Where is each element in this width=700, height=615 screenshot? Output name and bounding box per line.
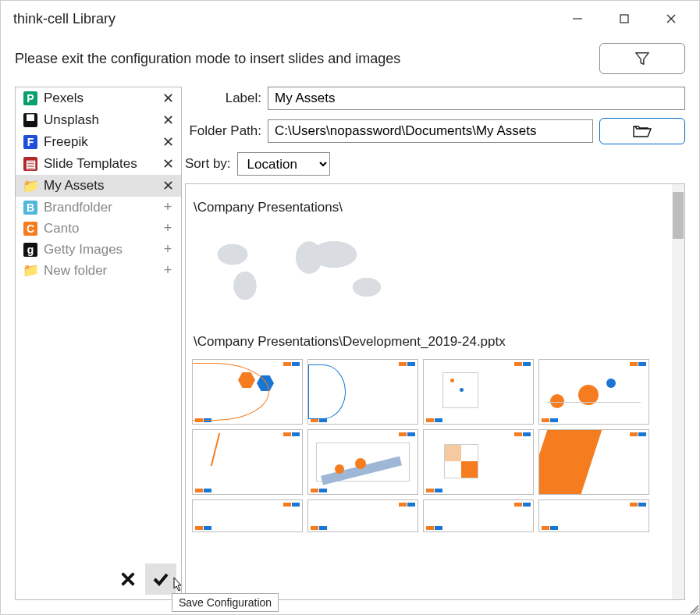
slide-thumbnail[interactable] — [307, 359, 418, 425]
close-icon — [666, 13, 677, 24]
browse-folder-button[interactable] — [599, 118, 685, 144]
slide-templates-icon: ▤ — [23, 157, 37, 171]
instruction-text: Please exit the configuration mode to in… — [15, 51, 400, 67]
tooltip: Save Configuration — [172, 593, 279, 612]
source-item-freepik[interactable]: F Freepik ✕ — [16, 131, 181, 153]
source-label: Brandfolder — [44, 200, 155, 215]
cross-icon — [119, 571, 137, 588]
remove-icon[interactable]: ✕ — [161, 112, 175, 129]
slide-thumbnail[interactable] — [192, 429, 303, 495]
source-label: Getty Images — [44, 242, 155, 258]
svg-rect-1 — [620, 15, 628, 23]
titlebar: think-cell Library — [1, 1, 699, 37]
add-icon[interactable]: + — [161, 241, 175, 258]
folder-path-input[interactable] — [268, 119, 593, 143]
add-icon[interactable]: + — [161, 199, 175, 215]
unsplash-icon: ▀ — [23, 113, 37, 127]
source-label: Unsplash — [44, 112, 155, 128]
minimize-button[interactable] — [554, 4, 601, 34]
remove-icon[interactable]: ✕ — [161, 155, 175, 172]
main-area: P Pexels ✕ ▀ Unsplash ✕ F Freepik ✕ ▤ Sl… — [1, 80, 699, 614]
sidebar-footer — [16, 559, 181, 599]
source-label: Freepik — [44, 134, 155, 150]
maximize-button[interactable] — [601, 4, 648, 34]
minimize-icon — [572, 13, 583, 24]
remove-icon[interactable]: ✕ — [161, 90, 175, 107]
source-item-getty[interactable]: g Getty Images + — [16, 239, 181, 260]
scrollbar[interactable] — [672, 184, 684, 599]
slide-thumbnail[interactable] — [423, 359, 534, 425]
add-icon[interactable]: + — [161, 220, 175, 236]
folder-icon: 📁 — [23, 179, 37, 193]
slide-thumbnail[interactable] — [192, 359, 303, 425]
source-item-pexels[interactable]: P Pexels ✕ — [16, 87, 181, 109]
sort-select[interactable]: Location — [237, 152, 330, 176]
pexels-icon: P — [23, 91, 37, 105]
source-label: Slide Templates — [44, 156, 155, 172]
source-item-new-folder[interactable]: 📁 New folder + — [16, 260, 181, 281]
save-configuration-button[interactable] — [145, 563, 176, 595]
path-field-row: Folder Path: — [185, 118, 685, 144]
source-sidebar: P Pexels ✕ ▀ Unsplash ✕ F Freepik ✕ ▤ Sl… — [15, 87, 182, 600]
label-caption: Label: — [185, 91, 261, 106]
preview-scroll: \Company Presentations\ \Company Present… — [186, 184, 672, 599]
slide-thumbnail-grid — [190, 357, 667, 534]
resize-grip[interactable] — [688, 603, 698, 613]
preview-panel: \Company Presentations\ \Company Present… — [185, 183, 685, 600]
label-input[interactable] — [268, 87, 685, 110]
source-item-slide-templates[interactable]: ▤ Slide Templates ✕ — [16, 153, 181, 175]
folder-icon: 📁 — [23, 264, 37, 278]
check-icon — [151, 570, 170, 588]
window-frame: think-cell Library Please exit the confi… — [0, 0, 700, 615]
brandfolder-icon: B — [23, 201, 37, 215]
source-label: New folder — [44, 263, 155, 279]
cancel-button[interactable] — [112, 563, 144, 595]
open-folder-icon — [632, 123, 652, 139]
content-area: Label: Folder Path: Sort by: Location \C… — [185, 87, 685, 600]
slide-thumbnail[interactable] — [538, 499, 649, 532]
remove-icon[interactable]: ✕ — [161, 177, 175, 194]
filter-icon — [634, 50, 651, 67]
close-button[interactable] — [648, 4, 695, 34]
add-icon[interactable]: + — [161, 262, 175, 279]
scrollbar-thumb[interactable] — [673, 192, 684, 239]
source-item-my-assets[interactable]: 📁 My Assets ✕ — [16, 175, 181, 197]
slide-thumbnail[interactable] — [307, 499, 418, 532]
filter-button[interactable] — [599, 43, 685, 74]
top-row: Please exit the configuration mode to in… — [1, 37, 699, 80]
group-header: \Company Presentations\Development_2019-… — [190, 323, 667, 357]
source-item-brandfolder[interactable]: B Brandfolder + — [16, 197, 181, 218]
slide-thumbnail[interactable] — [538, 429, 649, 495]
sort-caption: Sort by: — [185, 156, 231, 172]
source-list: P Pexels ✕ ▀ Unsplash ✕ F Freepik ✕ ▤ Sl… — [16, 87, 181, 559]
remove-icon[interactable]: ✕ — [161, 133, 175, 151]
slide-thumbnail[interactable] — [538, 359, 649, 425]
source-label: My Assets — [44, 178, 155, 194]
freepik-icon: F — [23, 135, 37, 149]
getty-icon: g — [23, 243, 37, 257]
sort-row: Sort by: Location — [185, 152, 685, 176]
source-item-unsplash[interactable]: ▀ Unsplash ✕ — [16, 109, 181, 131]
group-header: \Company Presentations\ — [190, 189, 667, 223]
window-title: think-cell Library — [13, 11, 115, 27]
source-item-canto[interactable]: C Canto + — [16, 218, 181, 239]
label-field-row: Label: — [185, 87, 685, 110]
slide-thumbnail[interactable] — [423, 499, 534, 532]
slide-thumbnail[interactable] — [423, 429, 534, 495]
world-map-thumbnail[interactable] — [194, 226, 412, 320]
canto-icon: C — [23, 222, 37, 236]
source-label: Canto — [44, 221, 155, 236]
window-controls — [554, 4, 695, 34]
source-label: Pexels — [44, 91, 155, 106]
slide-thumbnail[interactable] — [192, 499, 303, 532]
maximize-icon — [619, 13, 630, 24]
path-caption: Folder Path: — [185, 123, 261, 139]
slide-thumbnail[interactable] — [307, 429, 418, 495]
